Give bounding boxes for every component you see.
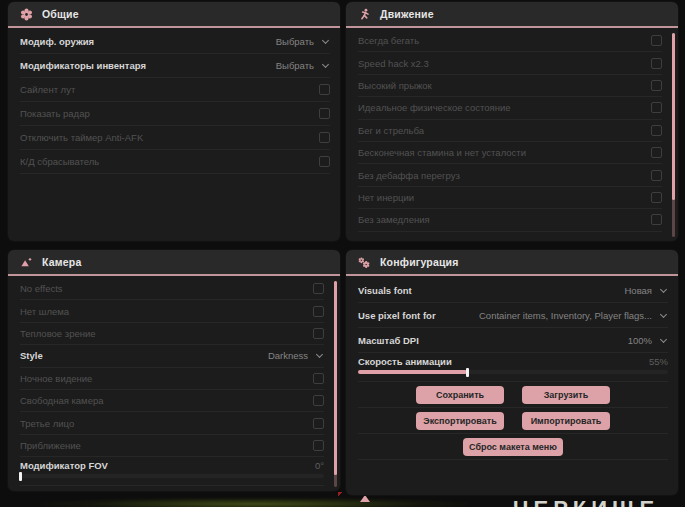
camera-scrollbar[interactable] — [334, 281, 337, 487]
chevron-down-icon — [660, 335, 667, 342]
disable-antiafk-label: Отключить таймер Anti-AFK — [20, 132, 143, 143]
button-row: Сброс макета меню — [358, 434, 668, 460]
silent-loot-label: Сайлент лут — [20, 84, 75, 95]
no-effects-checkbox[interactable] — [313, 283, 324, 294]
row-dpi-scale: Масштаб DPI100% — [358, 328, 668, 353]
dpi-scale-dropdown[interactable]: 100% — [628, 335, 668, 346]
weapon-mod-label: Модиф. оружия — [20, 36, 94, 47]
free-camera-checkbox[interactable] — [313, 395, 324, 406]
high-jump-label: Высокий прыжок — [358, 80, 432, 91]
no-inertia-label: Нет инерции — [358, 192, 414, 203]
location-title-clipped: ЧЕРКИЩЕ — [513, 496, 659, 507]
speed-hack-label: Speed hack x2.3 — [358, 58, 429, 69]
movement-scrollbar[interactable] — [672, 33, 675, 237]
panel-camera: Камера No effectsНет шлемаТепловое зрени… — [8, 250, 340, 491]
visuals-font-label: Visuals font — [358, 285, 412, 296]
row-fov-modifier: Модификатор FOV0° — [20, 457, 324, 486]
row-perfect-condition: Идеальное физическое состояние — [358, 97, 662, 119]
gears-icon — [358, 256, 371, 269]
weapon-mod-dropdown[interactable]: Выбрать — [276, 36, 330, 47]
row-run-and-shoot: Бег и стрельба — [358, 120, 662, 142]
fov-modifier-slider[interactable] — [20, 474, 324, 478]
no-inertia-checkbox[interactable] — [651, 192, 662, 203]
high-jump-checkbox[interactable] — [651, 80, 662, 91]
no-effects-label: No effects — [20, 283, 63, 294]
silent-loot-checkbox[interactable] — [319, 84, 330, 95]
row-no-slowdown: Без замедления — [358, 209, 662, 231]
always-run-label: Всегда бегать — [358, 35, 419, 46]
run-and-shoot-checkbox[interactable] — [651, 125, 662, 136]
import-button[interactable]: Импортировать — [522, 412, 610, 430]
show-radar-checkbox[interactable] — [319, 108, 330, 119]
row-zoom: Приближение — [20, 435, 324, 457]
image-icon — [20, 256, 33, 269]
zoom-checkbox[interactable] — [313, 440, 324, 451]
button-row: СохранитьЗагрузить — [358, 382, 668, 408]
export-button[interactable]: Экспортировать — [416, 412, 504, 430]
animation-speed-slider-handle[interactable] — [466, 368, 469, 377]
chevron-down-icon — [322, 37, 329, 44]
row-night-vision: Ночное видение — [20, 368, 324, 390]
inventory-mods-dropdown[interactable]: Выбрать — [276, 60, 330, 71]
chevron-down-icon — [660, 310, 667, 317]
mod-menu-overlay: ЧЕРКИЩЕ Общие Модиф. оружияВыбратьМодифи… — [0, 0, 685, 507]
animation-speed-label: Скорость анимации — [358, 356, 452, 367]
no-slowdown-checkbox[interactable] — [651, 214, 662, 225]
visuals-font-dropdown[interactable]: Новая — [624, 285, 668, 296]
panel-camera-title: Камера — [42, 256, 81, 268]
panel-config-header: Конфигурация — [346, 250, 678, 276]
thermal-vision-checkbox[interactable] — [313, 328, 324, 339]
third-person-checkbox[interactable] — [313, 418, 324, 429]
style-dropdown[interactable]: Darkness — [268, 350, 324, 361]
row-no-inertia: Нет инерции — [358, 187, 662, 209]
chevron-down-icon — [660, 285, 667, 292]
map-marker-triangle — [360, 495, 370, 502]
pixel-font-for-label: Use pixel font for — [358, 310, 436, 321]
row-inventory-mods: Модификаторы инвентаряВыбрать — [20, 54, 330, 78]
animation-speed-slider[interactable] — [358, 370, 668, 374]
row-free-camera: Свободная камера — [20, 390, 324, 412]
panel-general-header: Общие — [8, 2, 340, 28]
fov-modifier-slider-handle[interactable] — [19, 472, 22, 481]
fov-modifier-value: 0° — [315, 460, 324, 471]
panel-camera-header: Камера — [8, 250, 340, 276]
chevron-down-icon — [316, 351, 323, 358]
flower-icon — [20, 8, 33, 21]
game-background-glow — [40, 497, 470, 507]
kd-resetter-checkbox[interactable] — [319, 156, 330, 167]
no-helmet-checkbox[interactable] — [313, 306, 324, 317]
panel-movement-title: Движение — [380, 8, 434, 20]
animation-speed-value: 55% — [649, 356, 668, 367]
thermal-vision-label: Тепловое зрение — [20, 328, 96, 339]
run-and-shoot-label: Бег и стрельба — [358, 125, 424, 136]
row-animation-speed: Скорость анимации55% — [358, 353, 668, 382]
infinite-stamina-label: Бесконечная стамина и нет усталости — [358, 147, 526, 158]
save-button[interactable]: Сохранить — [416, 386, 504, 404]
panel-general-title: Общие — [42, 8, 79, 20]
always-run-checkbox[interactable] — [651, 35, 662, 46]
panel-config-title: Конфигурация — [380, 256, 459, 268]
panel-movement-header: Движение — [346, 2, 678, 28]
load-button[interactable]: Загрузить — [522, 386, 610, 404]
row-high-jump: Высокий прыжок — [358, 75, 662, 97]
no-overload-checkbox[interactable] — [651, 170, 662, 181]
row-no-helmet: Нет шлема — [20, 300, 324, 322]
pixel-font-for-dropdown[interactable]: Container items, Inventory, Player flags… — [479, 310, 668, 321]
dpi-scale-label: Масштаб DPI — [358, 335, 419, 346]
row-third-person: Третье лицо — [20, 412, 324, 434]
speed-hack-checkbox[interactable] — [651, 58, 662, 69]
infinite-stamina-checkbox[interactable] — [651, 147, 662, 158]
perfect-condition-checkbox[interactable] — [651, 102, 662, 113]
no-slowdown-label: Без замедления — [358, 214, 430, 225]
weapon-mod-value: Выбрать — [276, 36, 314, 47]
night-vision-checkbox[interactable] — [313, 373, 324, 384]
inventory-mods-label: Модификаторы инвентаря — [20, 60, 146, 71]
reset-layout-button[interactable]: Сброс макета меню — [463, 438, 563, 456]
disable-antiafk-checkbox[interactable] — [319, 132, 330, 143]
row-no-effects: No effects — [20, 278, 324, 300]
night-vision-label: Ночное видение — [20, 373, 92, 384]
third-person-label: Третье лицо — [20, 418, 74, 429]
row-speed-hack: Speed hack x2.3 — [358, 52, 662, 74]
zoom-label: Приближение — [20, 440, 81, 451]
perfect-condition-label: Идеальное физическое состояние — [358, 102, 511, 113]
